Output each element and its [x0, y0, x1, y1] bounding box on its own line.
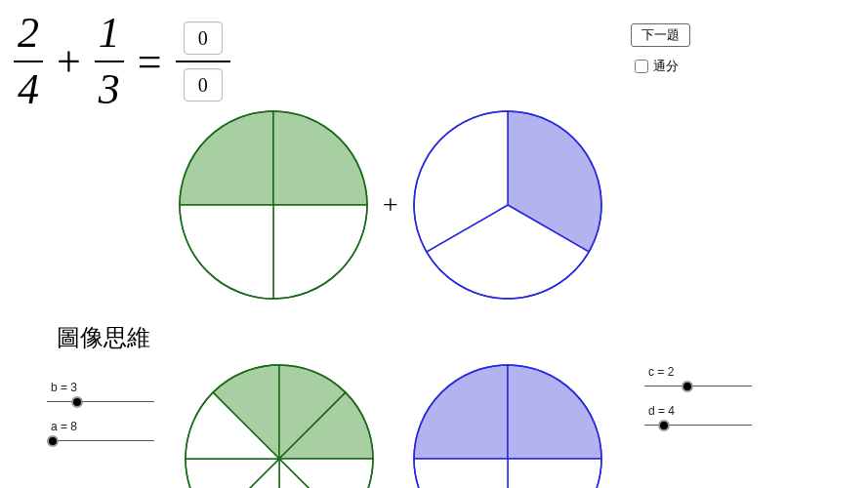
equals-sign: = — [138, 37, 162, 87]
plus-operator: + — [57, 37, 81, 87]
fraction-bar — [95, 61, 124, 62]
common-denominator-checkbox[interactable] — [635, 60, 648, 73]
next-button[interactable]: 下一題 — [631, 23, 690, 47]
fraction-bar — [176, 61, 230, 62]
slider-d-track[interactable] — [644, 420, 752, 431]
fraction-right-num: 1 — [95, 10, 124, 57]
slider-a-label: a = 8 — [51, 420, 154, 433]
pie-two-fourths-bottom — [410, 361, 605, 488]
answer-fraction — [176, 21, 230, 102]
pie-three-eighths — [182, 361, 377, 488]
visual-thinking-heading: 圖像思維 — [57, 322, 150, 353]
slider-group-left: b = 3 a = 8 — [47, 381, 154, 459]
fraction-bar — [14, 61, 43, 62]
slider-c-label: c = 2 — [648, 365, 752, 379]
slider-c-handle[interactable] — [682, 381, 693, 392]
slider-d[interactable]: d = 4 — [644, 404, 752, 431]
pie-one-third — [410, 107, 605, 303]
fraction-pies-row: + — [176, 107, 605, 303]
answer-numerator-input[interactable] — [184, 21, 223, 55]
fraction-left-num: 2 — [14, 10, 43, 57]
plus-symbol: + — [383, 189, 398, 221]
slider-c-track[interactable] — [644, 381, 752, 392]
fraction-equation: 2 4 + 1 3 = — [14, 10, 230, 113]
bottom-row: b = 3 a = 8 c = 2 d = 4 — [0, 361, 868, 488]
fraction-right-den: 3 — [95, 66, 124, 113]
slider-group-right: c = 2 d = 4 — [644, 365, 752, 443]
slider-b-track[interactable] — [47, 396, 154, 408]
slider-b[interactable]: b = 3 — [47, 381, 154, 408]
slider-a-handle[interactable] — [47, 435, 59, 447]
answer-denominator-input[interactable] — [184, 68, 223, 102]
fraction-left-den: 4 — [14, 66, 43, 113]
slider-b-handle[interactable] — [71, 396, 83, 408]
slider-c[interactable]: c = 2 — [644, 365, 752, 392]
pie-two-fourths — [176, 107, 371, 303]
slider-d-handle[interactable] — [658, 420, 670, 431]
fraction-left: 2 4 — [14, 10, 43, 113]
slider-d-label: d = 4 — [648, 404, 752, 418]
slider-b-label: b = 3 — [51, 381, 154, 394]
fraction-right: 1 3 — [95, 10, 124, 113]
common-denominator-checkbox-row[interactable]: 通分 — [631, 57, 679, 76]
slider-a-track[interactable] — [47, 435, 154, 447]
slider-a[interactable]: a = 8 — [47, 420, 154, 447]
common-denominator-label: 通分 — [653, 58, 679, 75]
